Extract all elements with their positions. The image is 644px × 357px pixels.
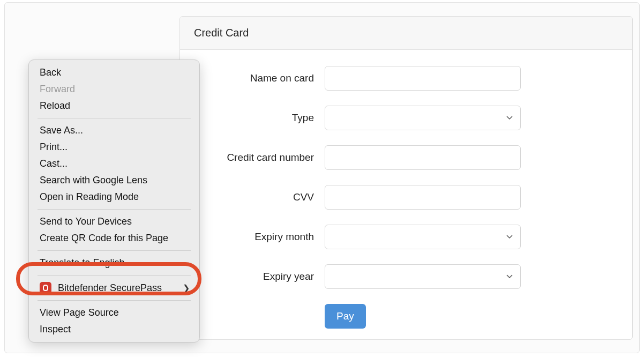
menu-item-send-devices[interactable]: Send to Your Devices: [29, 213, 199, 230]
menu-item-back[interactable]: Back: [29, 64, 199, 81]
row-card-number: Credit card number: [201, 145, 611, 170]
menu-item-save-as[interactable]: Save As...: [29, 122, 199, 139]
menu-label: Create QR Code for this Page: [40, 233, 168, 244]
label-cvv: CVV: [201, 191, 325, 203]
label-name-on-card: Name on card: [201, 72, 325, 84]
securepass-icon: [40, 282, 51, 294]
input-name-on-card[interactable]: [325, 66, 521, 91]
menu-label: Cast...: [40, 158, 68, 169]
row-submit: Pay: [325, 304, 611, 329]
menu-separator: [38, 250, 191, 251]
row-card-type: Type: [201, 106, 611, 130]
menu-label: View Page Source: [40, 307, 119, 318]
menu-label: Back: [40, 67, 61, 78]
menu-item-translate[interactable]: Translate to English: [29, 255, 199, 271]
browser-context-menu: Back Forward Reload Save As... Print... …: [28, 59, 200, 343]
menu-item-reload[interactable]: Reload: [29, 98, 199, 114]
menu-separator: [38, 118, 191, 118]
menu-separator: [38, 300, 191, 301]
select-expiry-month[interactable]: [325, 225, 521, 249]
panel-header: Credit Card: [180, 17, 632, 50]
menu-label: Search with Google Lens: [40, 175, 147, 186]
credit-card-form: Name on card Type Credit card number CVV…: [180, 50, 632, 340]
menu-item-create-qr[interactable]: Create QR Code for this Page: [29, 230, 199, 247]
row-cvv: CVV: [201, 185, 611, 210]
menu-item-bitdefender-securepass[interactable]: Bitdefender SecurePass ❯: [29, 279, 199, 296]
menu-item-cast[interactable]: Cast...: [29, 155, 199, 172]
label-card-type: Type: [201, 112, 325, 124]
menu-label: Open in Reading Mode: [40, 191, 139, 203]
label-expiry-month: Expiry month: [201, 231, 325, 243]
select-card-type[interactable]: [325, 106, 521, 130]
input-cvv[interactable]: [325, 185, 521, 210]
menu-item-forward: Forward: [29, 81, 199, 98]
input-card-number[interactable]: [325, 145, 521, 170]
label-card-number: Credit card number: [201, 152, 325, 163]
menu-label: Forward: [40, 84, 75, 95]
pay-button[interactable]: Pay: [325, 304, 366, 329]
menu-label: Save As...: [40, 125, 83, 136]
panel-title: Credit Card: [194, 27, 249, 39]
row-expiry-year: Expiry year: [201, 264, 611, 289]
menu-separator: [38, 275, 191, 276]
menu-label: Translate to English: [40, 257, 124, 269]
menu-label: Inspect: [40, 324, 71, 335]
chevron-right-icon: ❯: [183, 283, 190, 293]
menu-item-print[interactable]: Print...: [29, 139, 199, 155]
menu-separator: [38, 209, 191, 210]
credit-card-panel: Credit Card Name on card Type Credit car…: [179, 16, 633, 340]
menu-label: Print...: [40, 142, 68, 153]
row-expiry-month: Expiry month: [201, 225, 611, 249]
menu-item-inspect[interactable]: Inspect: [29, 321, 199, 338]
menu-label: Reload: [40, 100, 70, 111]
label-expiry-year: Expiry year: [201, 271, 325, 282]
menu-label: Send to Your Devices: [40, 216, 132, 227]
select-expiry-year[interactable]: [325, 264, 521, 289]
row-name-on-card: Name on card: [201, 66, 611, 91]
menu-item-search-lens[interactable]: Search with Google Lens: [29, 172, 199, 189]
menu-label: Bitdefender SecurePass: [58, 282, 162, 294]
page-frame: Credit Card Name on card Type Credit car…: [4, 2, 640, 353]
menu-item-reading-mode[interactable]: Open in Reading Mode: [29, 189, 199, 205]
menu-item-view-source[interactable]: View Page Source: [29, 304, 199, 321]
